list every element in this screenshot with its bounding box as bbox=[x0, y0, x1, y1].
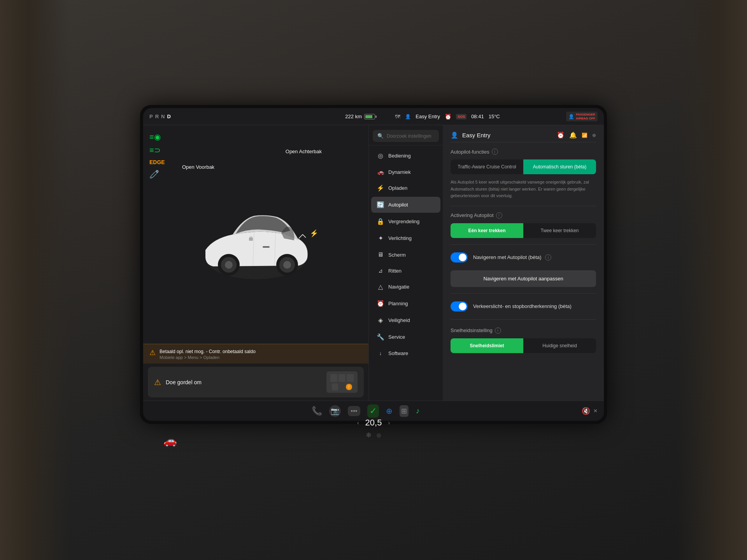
payment-warning: ⚠ Betaald opl. niet mog. - Contr. onbeta… bbox=[143, 344, 368, 364]
grid-icon[interactable]: ⊞ bbox=[400, 405, 409, 417]
software-icon: ↓ bbox=[377, 350, 384, 356]
left-panel: ≡◉ ≡⊃ EDGE 🧷 Open Voorbak Open Achterbak bbox=[143, 125, 369, 401]
below-screen-controls: ‹ 20,5 › ❄ ⊕ bbox=[357, 418, 390, 439]
sidebar-item-software[interactable]: ↓ Software bbox=[371, 346, 440, 360]
snelheid-info-icon[interactable]: i bbox=[495, 327, 501, 334]
huidige-snelheid-btn[interactable]: Huidige snelheid bbox=[523, 338, 596, 353]
alarm-icon: ⏰ bbox=[445, 114, 451, 120]
svg-rect-13 bbox=[347, 374, 354, 382]
navigeren-aanpassen-btn[interactable]: Navigeren met Autopilot aanpassen bbox=[451, 270, 596, 287]
status-center: 🗺 👤 Easy Entry ⏰ SOS 08:41 15°C bbox=[375, 114, 520, 120]
navigeren-toggle-row: Navigeren met Autopilot (bèta) i bbox=[451, 251, 596, 264]
sidebar-item-autopilot[interactable]: 🔄 Autopilot bbox=[371, 197, 440, 213]
payment-warning-text: Betaald opl. niet mog. - Contr. onbetaal… bbox=[160, 348, 256, 355]
opladen-icon: ⚡ bbox=[377, 184, 384, 192]
bottom-icons: ❄ ⊕ bbox=[366, 431, 381, 439]
traffic-aware-btn[interactable]: Traffic-Aware Cruise Control bbox=[451, 159, 523, 174]
divider-4 bbox=[451, 319, 596, 320]
passenger-airbag-text: PASSENGERAIRBAG OFF bbox=[576, 113, 595, 120]
car-display: Open Voorbak Open Achterbak bbox=[143, 125, 368, 344]
sidebar-item-navigatie[interactable]: △ Navigatie bbox=[371, 279, 440, 295]
camera-icon[interactable]: 📷 bbox=[329, 405, 341, 417]
main-content: ≡◉ ≡⊃ EDGE 🧷 Open Voorbak Open Achterbak bbox=[143, 125, 604, 401]
more-dots-icon[interactable]: ••• bbox=[348, 406, 361, 416]
sidebar-item-ritten[interactable]: ⊿ Ritten bbox=[371, 263, 440, 278]
prnd-r: R bbox=[155, 114, 159, 119]
search-input-wrap[interactable]: 🔍 Doorzoek instellingen bbox=[373, 130, 439, 142]
status-left: P R N D 222 km bbox=[149, 114, 375, 119]
header-alarm-icon[interactable]: ⏰ bbox=[557, 131, 565, 139]
snelheid-title: Snelheidsinstelling i bbox=[451, 327, 596, 334]
sidebar-item-dynamiek[interactable]: 🚗 Dynamiek bbox=[371, 164, 440, 179]
planning-icon: ⏰ bbox=[377, 300, 384, 307]
search-placeholder: Doorzoek instellingen bbox=[387, 133, 431, 139]
sidebar-item-planning[interactable]: ⏰ Planning bbox=[371, 296, 440, 312]
search-bar: 🔍 Doorzoek instellingen bbox=[369, 125, 443, 145]
opladen-label: Opladen bbox=[388, 185, 407, 191]
activering-info-icon[interactable]: i bbox=[496, 212, 502, 219]
temp-arrow-right[interactable]: › bbox=[388, 420, 390, 426]
battery-icon bbox=[364, 114, 375, 119]
car-bottom-icon-area: 🚗 bbox=[163, 434, 177, 447]
bluetooth-icon[interactable]: ⊕ bbox=[386, 406, 393, 416]
navigeren-toggle-label: Navigeren met Autopilot (bèta) i bbox=[473, 254, 596, 261]
header-easy-entry-label: Easy Entry bbox=[462, 132, 491, 138]
phone-icon[interactable]: 📞 bbox=[312, 406, 322, 416]
divider-1 bbox=[451, 206, 596, 206]
bediening-icon: ◎ bbox=[377, 152, 384, 159]
prnd-display: P R N D bbox=[149, 114, 171, 119]
temp-display: 15°C bbox=[489, 114, 500, 119]
search-icon: 🔍 bbox=[377, 133, 384, 139]
svg-rect-10 bbox=[249, 238, 253, 241]
seats-thumbnail: ! bbox=[326, 371, 358, 393]
verkeerslicht-toggle[interactable] bbox=[451, 301, 468, 312]
divider-3 bbox=[451, 293, 596, 294]
dynamiek-label: Dynamiek bbox=[388, 169, 411, 175]
svg-rect-9 bbox=[263, 246, 270, 248]
sidebar-item-service[interactable]: 🔧 Service bbox=[371, 329, 440, 345]
twee-keer-btn[interactable]: Twee keer trekken bbox=[523, 223, 596, 238]
snelheidslimiet-btn[interactable]: Snelheidslimiet bbox=[451, 338, 523, 353]
snelheid-group: Snelheidslimiet Huidige snelheid bbox=[451, 338, 596, 353]
navigeren-info-icon[interactable]: i bbox=[545, 254, 551, 261]
auto-sturen-btn[interactable]: Automatisch sturen (bèta) bbox=[523, 159, 596, 174]
bediening-label: Bediening bbox=[388, 153, 411, 159]
header-user-icon: 👤 bbox=[451, 131, 458, 139]
fan-icon: ⊕ bbox=[376, 432, 381, 439]
sidebar-item-scherm[interactable]: 🖥 Scherm bbox=[371, 247, 440, 262]
sidebar-item-verlichting[interactable]: ✦ Verlichting bbox=[371, 230, 440, 246]
taskbar-right: 🔇 ✕ bbox=[582, 407, 604, 415]
een-keer-btn[interactable]: Eén keer trekken bbox=[451, 223, 523, 238]
main-screen: P R N D 222 km 🗺 👤 bbox=[143, 108, 604, 421]
battery-fill bbox=[365, 115, 372, 118]
voorbak-label[interactable]: Open Voorbak bbox=[182, 164, 214, 170]
spotify-icon[interactable]: ♪ bbox=[416, 406, 419, 415]
sidebar-item-bediening[interactable]: ◎ Bediening bbox=[371, 148, 440, 164]
header-bell-icon[interactable]: 🔔 bbox=[569, 131, 577, 139]
sidebar-item-veiligheid[interactable]: ◈ Veiligheid bbox=[371, 312, 440, 328]
range-info: 222 km bbox=[345, 114, 375, 119]
sidebar-item-opladen[interactable]: ⚡ Opladen bbox=[371, 180, 440, 196]
achterbak-label[interactable]: Open Achterbak bbox=[286, 149, 322, 154]
svg-text:!: ! bbox=[349, 385, 350, 389]
svg-point-3 bbox=[225, 261, 233, 269]
checkmark-icon[interactable]: ✓ bbox=[367, 404, 379, 418]
screen-bezel: P R N D 222 km 🗺 👤 bbox=[140, 105, 607, 424]
svg-point-6 bbox=[283, 261, 291, 269]
svg-rect-11 bbox=[330, 374, 337, 382]
verkeerslicht-toggle-row: Verkeerslicht- en stopbordherkenning (bè… bbox=[451, 300, 596, 313]
verkeerslicht-toggle-label: Verkeerslicht- en stopbordherkenning (bè… bbox=[473, 303, 596, 309]
seatbelt-warning-text: Doe gordel om bbox=[166, 379, 322, 385]
sidebar-item-vergrendeling[interactable]: 🔒 Vergrendeling bbox=[371, 214, 440, 229]
temp-arrow-left[interactable]: ‹ bbox=[357, 420, 359, 426]
passenger-badge: 👤 PASSENGERAIRBAG OFF bbox=[566, 112, 598, 121]
navigeren-toggle[interactable] bbox=[451, 252, 468, 262]
temp-value: 20,5 bbox=[365, 418, 382, 428]
divider-2 bbox=[451, 244, 596, 245]
warning-triangle-icon: ⚠ bbox=[149, 348, 156, 357]
cruise-control-group: Traffic-Aware Cruise Control Automatisch… bbox=[451, 159, 596, 174]
navigatie-icon: △ bbox=[377, 283, 384, 290]
functies-info-icon[interactable]: i bbox=[492, 149, 498, 155]
vergrendeling-label: Vergrendeling bbox=[388, 219, 419, 224]
volume-icon[interactable]: 🔇 bbox=[582, 407, 590, 415]
